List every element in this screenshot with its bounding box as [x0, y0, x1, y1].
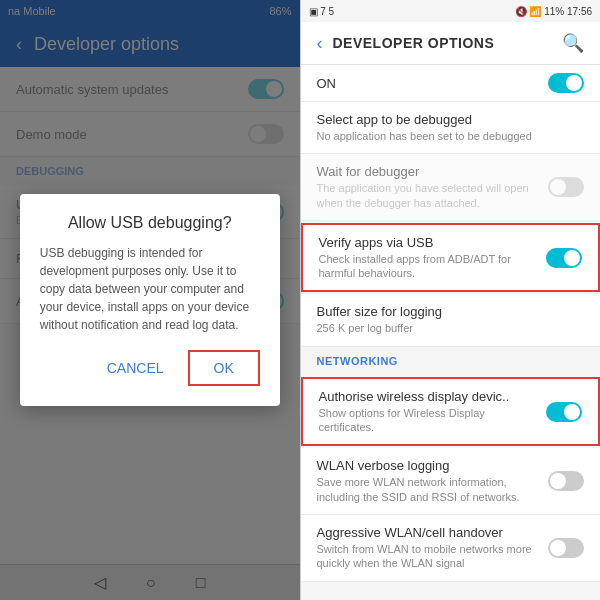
- setting-wireless-display[interactable]: Authorise wireless display devic.. Show …: [301, 377, 601, 447]
- setting-text: Aggressive WLAN/cell handover Switch fro…: [317, 525, 549, 571]
- setting-text: Buffer size for logging 256 K per log bu…: [317, 304, 585, 335]
- status-left-icons: ▣ 7 5: [309, 6, 335, 17]
- toggle-verify-apps[interactable]: [546, 248, 582, 268]
- header-right-left: ‹ DEVELOPER OPTIONS: [317, 33, 495, 54]
- toggle-wireless-display[interactable]: [546, 402, 582, 422]
- main-label: Wait for debugger: [317, 164, 541, 179]
- setting-text: Authorise wireless display devic.. Show …: [319, 389, 547, 435]
- on-row[interactable]: ON: [301, 65, 601, 102]
- right-panel: ▣ 7 5 🔇 📶 11% 17:56 ‹ DEVELOPER OPTIONS …: [301, 0, 601, 600]
- ok-button[interactable]: OK: [188, 350, 260, 386]
- sub-label: Check installed apps from ADB/ADT for ha…: [319, 252, 539, 281]
- sub-label: The application you have selected will o…: [317, 181, 541, 210]
- back-button-right[interactable]: ‹: [317, 33, 323, 54]
- setting-wait-debugger[interactable]: Wait for debugger The application you ha…: [301, 154, 601, 221]
- on-label: ON: [317, 76, 337, 91]
- left-panel: na Mobile 86% ‹ Developer options Automa…: [0, 0, 300, 600]
- sub-label: Save more WLAN network information, incl…: [317, 475, 541, 504]
- usb-debug-dialog: Allow USB debugging? USB debugging is in…: [20, 194, 280, 406]
- settings-list-right: ON Select app to be debugged No applicat…: [301, 65, 601, 600]
- dialog-body: USB debugging is intended for developmen…: [40, 244, 260, 334]
- dialog-buttons: CANCEL OK: [40, 350, 260, 386]
- main-label: Authorise wireless display devic..: [319, 389, 539, 404]
- sub-label: Show options for Wireless Display certif…: [319, 406, 539, 435]
- main-label: Select app to be debugged: [317, 112, 577, 127]
- dialog-title: Allow USB debugging?: [40, 214, 260, 232]
- setting-verify-apps[interactable]: Verify apps via USB Check installed apps…: [301, 223, 601, 293]
- main-label: Verify apps via USB: [319, 235, 539, 250]
- toggle-on[interactable]: [548, 73, 584, 93]
- main-label: Aggressive WLAN/cell handover: [317, 525, 541, 540]
- header-right: ‹ DEVELOPER OPTIONS 🔍: [301, 22, 601, 65]
- setting-wlan-handover[interactable]: Aggressive WLAN/cell handover Switch fro…: [301, 515, 601, 582]
- page-title-right: DEVELOPER OPTIONS: [333, 35, 495, 51]
- status-bar-right: ▣ 7 5 🔇 📶 11% 17:56: [301, 0, 601, 22]
- setting-buffer-size[interactable]: Buffer size for logging 256 K per log bu…: [301, 294, 601, 346]
- setting-select-app[interactable]: Select app to be debugged No application…: [301, 102, 601, 154]
- dialog-overlay: Allow USB debugging? USB debugging is in…: [0, 0, 300, 600]
- setting-text: WLAN verbose logging Save more WLAN netw…: [317, 458, 549, 504]
- section-networking: NETWORKING: [301, 347, 601, 375]
- sub-label: Switch from WLAN to mobile networks more…: [317, 542, 541, 571]
- setting-wlan-verbose[interactable]: WLAN verbose logging Save more WLAN netw…: [301, 448, 601, 515]
- search-icon[interactable]: 🔍: [562, 32, 584, 54]
- sub-label: 256 K per log buffer: [317, 321, 577, 335]
- toggle-wait-debugger[interactable]: [548, 177, 584, 197]
- status-right-icons: 🔇 📶 11% 17:56: [515, 6, 592, 17]
- setting-text: Wait for debugger The application you ha…: [317, 164, 549, 210]
- toggle-wlan-verbose[interactable]: [548, 471, 584, 491]
- toggle-wlan-handover[interactable]: [548, 538, 584, 558]
- main-label: WLAN verbose logging: [317, 458, 541, 473]
- cancel-button[interactable]: CANCEL: [91, 350, 180, 386]
- sub-label: No application has been set to be debugg…: [317, 129, 577, 143]
- setting-text: Select app to be debugged No application…: [317, 112, 585, 143]
- setting-text: Verify apps via USB Check installed apps…: [319, 235, 547, 281]
- main-label: Buffer size for logging: [317, 304, 577, 319]
